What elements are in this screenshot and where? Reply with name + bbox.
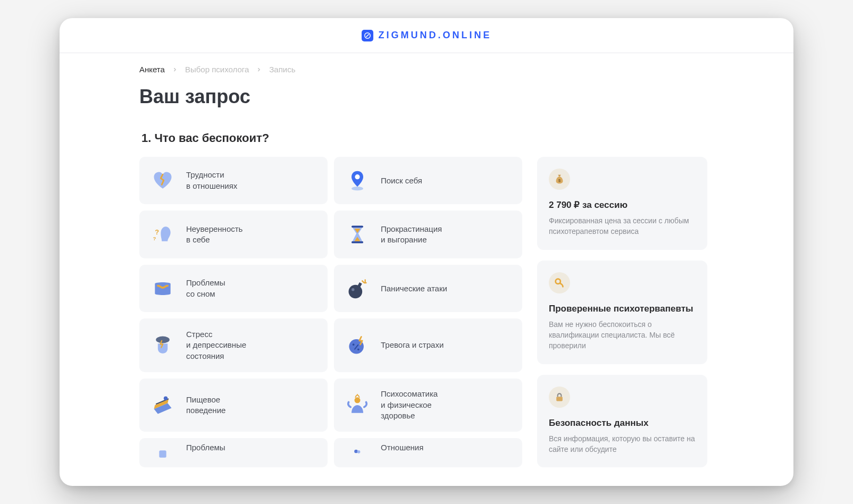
option-label: Прокрастинацияи выгорание	[381, 224, 442, 246]
svg-text:$: $	[558, 178, 561, 183]
option-problems-cut[interactable]: Проблемы	[139, 438, 328, 467]
option-procrastination[interactable]: Прокрастинацияи выгорание	[334, 211, 522, 258]
info-title: Проверенные психотервапевты	[549, 303, 696, 315]
option-label: Тревога и страхи	[381, 340, 444, 350]
option-label: Поиск себя	[381, 175, 422, 186]
lock-icon	[549, 387, 570, 408]
option-label: Проблемы	[186, 442, 225, 453]
option-label: Пищевоеповедение	[186, 394, 225, 416]
svg-point-13	[357, 348, 359, 350]
breadcrumb-step-anketa[interactable]: Анкета	[139, 65, 165, 74]
svg-rect-21	[556, 397, 563, 401]
money-bag-icon: $	[549, 169, 570, 190]
svg-point-14	[164, 396, 168, 400]
cake-icon	[151, 393, 174, 417]
info-card-price: $ 2 790 ₽ за сессию Фиксированная цена з…	[537, 157, 707, 250]
option-psychosomatics[interactable]: Психосоматикаи физическоездоровье	[334, 379, 522, 432]
pillow-icon	[151, 277, 174, 300]
svg-point-1	[352, 187, 363, 190]
svg-rect-5	[352, 226, 363, 228]
svg-point-9	[352, 288, 355, 291]
option-eating-behavior[interactable]: Пищевоеповедение	[139, 379, 328, 432]
breadcrumb: Анкета Выбор психолога Запись	[139, 65, 714, 74]
option-label: Стресси депрессивныесостояния	[186, 329, 246, 362]
option-label: Отношения	[381, 442, 423, 453]
info-card-verified: Проверенные психотервапевты Вам не нужно…	[537, 261, 707, 364]
balloons-icon	[346, 442, 369, 466]
ok-hand-icon	[549, 272, 570, 293]
generic-icon	[151, 442, 174, 466]
option-stress-depression[interactable]: Стресси депрессивныесостояния	[139, 318, 328, 372]
option-sleep[interactable]: Проблемысо сном	[139, 265, 328, 312]
svg-point-10	[156, 336, 170, 343]
option-anxiety-fears[interactable]: Тревога и страхи	[334, 318, 522, 372]
option-label: Проблемысо сном	[186, 278, 225, 299]
body-health-icon	[346, 393, 369, 417]
svg-point-18	[357, 450, 361, 453]
bomb-icon	[346, 277, 369, 300]
hourglass-icon	[346, 223, 369, 246]
option-label: Трудностив отношениях	[186, 170, 237, 191]
svg-rect-6	[352, 241, 363, 243]
option-panic-attacks[interactable]: Панические атаки	[334, 265, 522, 312]
brand-name: ZIGMUND.ONLINE	[379, 30, 492, 41]
breadcrumb-step-choose[interactable]: Выбор психолога	[185, 65, 249, 74]
chevron-right-icon	[172, 65, 178, 74]
svg-text:?: ?	[155, 228, 159, 236]
svg-text:?: ?	[153, 236, 156, 241]
option-label: Панические атаки	[381, 283, 447, 294]
option-relationships-cut[interactable]: Отношения	[334, 438, 522, 467]
option-label: Неуверенностьв себе	[186, 224, 242, 246]
info-text: Вам не нужно беспокоиться о квалификации…	[549, 319, 696, 351]
planet-lightning-icon	[346, 334, 369, 357]
sidebar: $ 2 790 ₽ за сессию Фиксированная цена з…	[537, 157, 707, 467]
page-title: Ваш запрос	[139, 86, 714, 108]
logo-mark-icon	[362, 30, 373, 41]
chevron-right-icon	[256, 65, 262, 74]
svg-point-12	[353, 343, 355, 346]
map-pin-icon	[346, 169, 369, 192]
info-card-security: Безопасность данных Вся информация, кото…	[537, 375, 707, 468]
question-title: 1. Что вас беспокоит?	[141, 131, 714, 145]
breadcrumb-step-book[interactable]: Запись	[269, 65, 295, 74]
option-relationship-troubles[interactable]: Трудностив отношениях	[139, 157, 328, 204]
main-layout: Трудностив отношениях Поиск себя ?? Неув…	[139, 157, 714, 467]
svg-rect-16	[159, 450, 166, 457]
storm-head-icon	[151, 334, 174, 357]
app-window: ZIGMUND.ONLINE Анкета Выбор психолога За…	[60, 18, 793, 486]
svg-point-15	[355, 397, 361, 403]
broken-heart-icon	[151, 169, 174, 192]
topbar: ZIGMUND.ONLINE	[60, 18, 793, 53]
info-title: Безопасность данных	[549, 417, 696, 429]
option-self-doubt[interactable]: ?? Неуверенностьв себе	[139, 211, 328, 258]
content: Анкета Выбор психолога Запись Ваш запрос…	[60, 53, 793, 486]
info-title: 2 790 ₽ за сессию	[549, 199, 696, 211]
option-label: Психосоматикаи физическоездоровье	[381, 389, 438, 421]
option-find-yourself[interactable]: Поиск себя	[334, 157, 522, 204]
container: Анкета Выбор психолога Запись Ваш запрос…	[139, 65, 714, 467]
svg-point-2	[355, 174, 359, 179]
options-grid: Трудностив отношениях Поиск себя ?? Неув…	[139, 157, 522, 467]
doubt-icon: ??	[151, 223, 174, 246]
info-text: Фиксированная цена за сессии с любым пси…	[549, 215, 696, 237]
info-text: Вся информация, которую вы оставите на с…	[549, 433, 696, 455]
